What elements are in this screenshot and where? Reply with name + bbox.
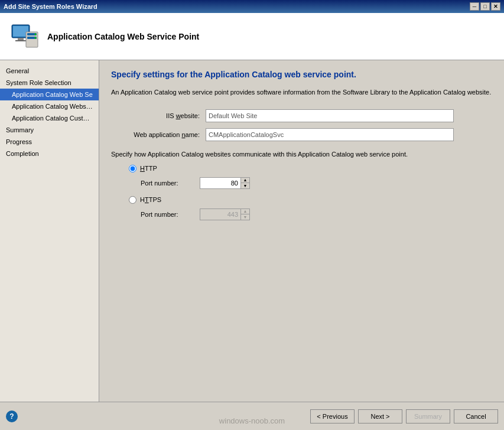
http-port-spinner: ▲ ▼ (241, 177, 250, 189)
web-app-name-row: Web application name: (111, 128, 492, 141)
https-port-spinner: ▲ ▼ (241, 209, 250, 220)
minimize-button[interactable]: ─ (470, 2, 479, 11)
sidebar: General System Role Selection Applicatio… (0, 60, 99, 402)
sidebar-item-system-role[interactable]: System Role Selection (0, 77, 99, 89)
http-port-input-wrapper: ▲ ▼ (200, 177, 250, 189)
iis-website-label: IIS website: (111, 112, 206, 119)
https-port-down[interactable]: ▼ (241, 214, 249, 220)
page-title: Specify settings for the Application Cat… (111, 70, 492, 79)
svg-point-8 (35, 37, 37, 38)
http-port-down[interactable]: ▼ (241, 183, 249, 188)
iis-website-row: IIS website: (111, 109, 492, 122)
https-port-input[interactable] (200, 209, 241, 220)
http-port-input[interactable] (200, 177, 241, 189)
iis-website-input[interactable] (206, 109, 454, 122)
wizard-header: Application Catalog Web Service Point (0, 13, 504, 60)
svg-rect-2 (18, 38, 24, 40)
header-title: Application Catalog Web Service Point (47, 32, 199, 41)
wizard-footer: ? < Previous Next > Summary Cancel (0, 402, 504, 430)
page-description: An Application Catalog web service point… (111, 87, 492, 97)
http-radio[interactable] (129, 165, 136, 172)
footer-right: < Previous Next > Summary Cancel (310, 409, 498, 424)
sidebar-item-app-catalog-web[interactable]: Application Catalog Web Se (0, 89, 99, 100)
https-port-row: Port number: ▲ ▼ (129, 209, 492, 220)
http-port-up[interactable]: ▲ (241, 178, 249, 183)
main-layout: General System Role Selection Applicatio… (0, 60, 504, 402)
http-port-label: Port number: (141, 180, 200, 187)
next-button[interactable]: Next > (358, 409, 402, 424)
help-button[interactable]: ? (6, 411, 18, 422)
footer-left: ? (6, 411, 18, 422)
summary-button[interactable]: Summary (406, 409, 450, 424)
svg-point-7 (35, 33, 37, 35)
https-radio-row: HTTPS (129, 196, 492, 204)
http-label[interactable]: HTTP (140, 165, 157, 172)
window-title: Add Site System Roles Wizard (4, 3, 97, 10)
maximize-button[interactable]: □ (480, 2, 490, 11)
http-port-row: Port number: ▲ ▼ (129, 177, 492, 189)
content-area: Specify settings for the Application Cat… (99, 60, 504, 402)
https-label[interactable]: HTTPS (140, 196, 161, 203)
sidebar-item-app-catalog-custom[interactable]: Application Catalog Customi (0, 112, 99, 124)
protocol-description: Specify how Application Catalog websites… (111, 151, 492, 158)
http-radio-row: HTTP (129, 165, 492, 172)
cancel-button[interactable]: Cancel (454, 409, 498, 424)
wizard-icon (9, 21, 40, 52)
close-button[interactable]: ✕ (491, 2, 500, 11)
sidebar-item-progress[interactable]: Progress (0, 136, 99, 148)
svg-rect-3 (15, 40, 26, 41)
previous-button[interactable]: < Previous (310, 409, 355, 424)
web-app-name-input[interactable] (206, 128, 454, 141)
https-port-up[interactable]: ▲ (241, 209, 249, 214)
https-port-label: Port number: (141, 211, 200, 218)
title-bar-buttons: ─ □ ✕ (470, 2, 500, 11)
sidebar-item-summary[interactable]: Summary (0, 124, 99, 136)
https-port-input-wrapper: ▲ ▼ (200, 209, 250, 220)
sidebar-item-general[interactable]: General (0, 65, 99, 77)
protocol-section: HTTP Port number: ▲ ▼ HTTPS (111, 165, 492, 220)
sidebar-item-completion[interactable]: Completion (0, 148, 99, 159)
sidebar-item-app-catalog-website[interactable]: Application Catalog Website (0, 100, 99, 112)
web-app-name-label: Web application name: (111, 131, 206, 138)
https-radio[interactable] (129, 196, 136, 204)
title-bar: Add Site System Roles Wizard ─ □ ✕ (0, 0, 504, 13)
